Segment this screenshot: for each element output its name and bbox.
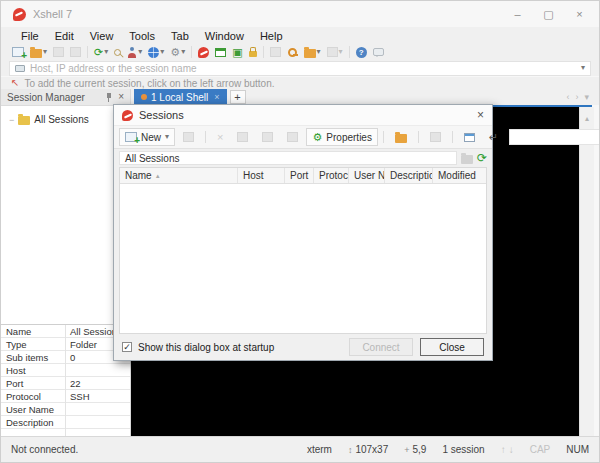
menu-item-edit[interactable]: Edit bbox=[47, 30, 82, 42]
tab-scroll-left-icon[interactable]: ‹ bbox=[566, 92, 569, 102]
new-tab-button[interactable]: + bbox=[230, 90, 246, 104]
dialog-transfer-button bbox=[424, 128, 447, 146]
tree-item-label: All Sessions bbox=[34, 114, 88, 125]
dropdown-caret-icon[interactable]: ▾ bbox=[165, 133, 169, 141]
dialog-title-bar[interactable]: Sessions × bbox=[114, 105, 492, 125]
xagent-button[interactable] bbox=[195, 44, 212, 60]
help-button[interactable]: ? bbox=[353, 44, 370, 60]
startup-checkbox-label: Show this dialog box at startup bbox=[138, 342, 274, 353]
column-header-modified[interactable]: Modified bbox=[433, 168, 486, 183]
tab-scroll-right-icon[interactable]: › bbox=[575, 92, 578, 102]
scroll-up-icon[interactable]: ▴ bbox=[585, 114, 589, 123]
column-header-description[interactable]: Description bbox=[385, 168, 433, 183]
address-dropdown-icon[interactable]: ▾ bbox=[581, 64, 585, 72]
reconnect-button[interactable]: ⟳▾ bbox=[91, 44, 111, 60]
property-label: Description bbox=[1, 417, 65, 428]
sessions-list: Name▲ Host Port Protocol User N... Descr… bbox=[119, 167, 487, 334]
dialog-startup-button[interactable]: ↵ bbox=[483, 128, 504, 146]
property-value: 22 bbox=[65, 378, 130, 389]
fullscreen-button[interactable]: ▣ bbox=[229, 44, 245, 60]
toolbar-separator bbox=[205, 131, 206, 143]
property-row: Host bbox=[1, 364, 130, 377]
host-address-input[interactable] bbox=[30, 63, 576, 74]
user-login-button[interactable]: ▾ bbox=[124, 44, 145, 60]
num-lock-indicator: NUM bbox=[566, 444, 589, 455]
startup-checkbox[interactable]: ✓ bbox=[122, 342, 132, 352]
column-header-port[interactable]: Port bbox=[285, 168, 314, 183]
xftp-button[interactable] bbox=[284, 44, 301, 60]
dialog-search-input[interactable] bbox=[515, 132, 600, 143]
dialog-view-button[interactable] bbox=[458, 128, 481, 146]
info-text: To add the current session, click on the… bbox=[24, 78, 274, 89]
sessions-list-body[interactable] bbox=[120, 184, 486, 333]
feedback-button[interactable] bbox=[370, 44, 387, 60]
close-button[interactable]: × bbox=[564, 2, 595, 26]
minimize-button[interactable]: – bbox=[502, 2, 533, 26]
dialog-cut-button bbox=[231, 128, 254, 146]
xshell-logo-icon bbox=[13, 8, 26, 21]
dialog-new-folder-button[interactable] bbox=[389, 128, 413, 146]
column-header-username[interactable]: User N... bbox=[349, 168, 385, 183]
column-header-protocol[interactable]: Protocol bbox=[314, 168, 349, 183]
reconnect-icon: ⟳ bbox=[94, 47, 103, 58]
search-icon bbox=[114, 49, 121, 56]
dialog-footer: ✓ Show this dialog box at startup Connec… bbox=[114, 334, 492, 360]
user-icon bbox=[127, 47, 137, 58]
terminal-scrollbar[interactable]: ▴ bbox=[579, 107, 594, 438]
dialog-new-button[interactable]: New ▾ bbox=[119, 128, 175, 146]
pin-icon[interactable] bbox=[105, 92, 113, 102]
menu-item-file[interactable]: File bbox=[13, 30, 47, 42]
dialog-search-box[interactable] bbox=[509, 129, 600, 145]
menu-item-tab[interactable]: Tab bbox=[163, 30, 197, 42]
dropdown-caret-icon[interactable]: ▾ bbox=[317, 48, 321, 56]
menu-item-window[interactable]: Window bbox=[197, 30, 252, 42]
property-row: Description bbox=[1, 416, 130, 429]
dialog-path-box[interactable]: All Sessions bbox=[119, 151, 457, 165]
dialog-properties-button[interactable]: ⚙ Properties bbox=[306, 128, 377, 146]
open-folder-button[interactable]: ▾ bbox=[301, 44, 324, 60]
help-icon: ? bbox=[356, 47, 367, 58]
open-sessions-button[interactable]: ▾ bbox=[27, 44, 50, 60]
property-row: TypeFolder bbox=[1, 338, 130, 351]
dropdown-caret-icon[interactable]: ▾ bbox=[138, 48, 142, 56]
session-manager-header: Session Manager × bbox=[1, 89, 130, 106]
tab-local-shell[interactable]: 1 Local Shell × bbox=[134, 89, 227, 105]
tab-list-dropdown-icon[interactable]: ▾ bbox=[584, 92, 589, 102]
position-icon: + bbox=[404, 445, 409, 455]
dropdown-caret-icon[interactable]: ▾ bbox=[181, 48, 185, 56]
menu-item-tools[interactable]: Tools bbox=[121, 30, 163, 42]
tools-button[interactable]: ⚙▾ bbox=[167, 44, 188, 60]
dialog-close-icon[interactable]: × bbox=[477, 108, 484, 122]
column-header-name[interactable]: Name▲ bbox=[120, 168, 238, 183]
toolbar-separator bbox=[349, 46, 350, 58]
menu-item-help[interactable]: Help bbox=[252, 30, 291, 42]
dialog-delete-button: × bbox=[211, 128, 229, 146]
column-header-host[interactable]: Host bbox=[238, 168, 285, 183]
menu-item-view[interactable]: View bbox=[82, 30, 122, 42]
tree-expander-icon[interactable]: − bbox=[9, 115, 14, 125]
dropdown-caret-icon[interactable]: ▾ bbox=[104, 48, 108, 56]
property-label: Name bbox=[1, 326, 65, 337]
lock-icon bbox=[249, 51, 257, 57]
property-label: Host bbox=[1, 365, 65, 376]
folder-icon bbox=[395, 134, 407, 143]
find-button[interactable] bbox=[111, 44, 124, 60]
disabled-tool-button-1 bbox=[50, 44, 67, 60]
lock-screen-button[interactable] bbox=[246, 44, 260, 60]
refresh-icon[interactable]: ⟳ bbox=[477, 152, 487, 164]
dropdown-caret-icon[interactable]: ▾ bbox=[160, 48, 164, 56]
new-session-button[interactable] bbox=[9, 44, 27, 60]
tree-item-all-sessions[interactable]: − All Sessions bbox=[1, 106, 130, 125]
tab-close-icon[interactable]: × bbox=[214, 92, 219, 102]
panel-close-icon[interactable]: × bbox=[118, 92, 124, 102]
proxy-button[interactable]: ▾ bbox=[145, 44, 167, 60]
scroll-indicators: ↑↓ bbox=[501, 444, 514, 455]
disabled-icon bbox=[287, 132, 298, 142]
new-button-label: New bbox=[141, 132, 161, 143]
address-box[interactable]: ▾ bbox=[9, 61, 591, 76]
compose-pane-button[interactable] bbox=[212, 44, 229, 60]
dropdown-caret-icon[interactable]: ▾ bbox=[43, 48, 47, 56]
toolbar-separator bbox=[452, 131, 453, 143]
close-dialog-button[interactable]: Close bbox=[420, 338, 484, 356]
maximize-button[interactable]: ▢ bbox=[533, 2, 564, 26]
